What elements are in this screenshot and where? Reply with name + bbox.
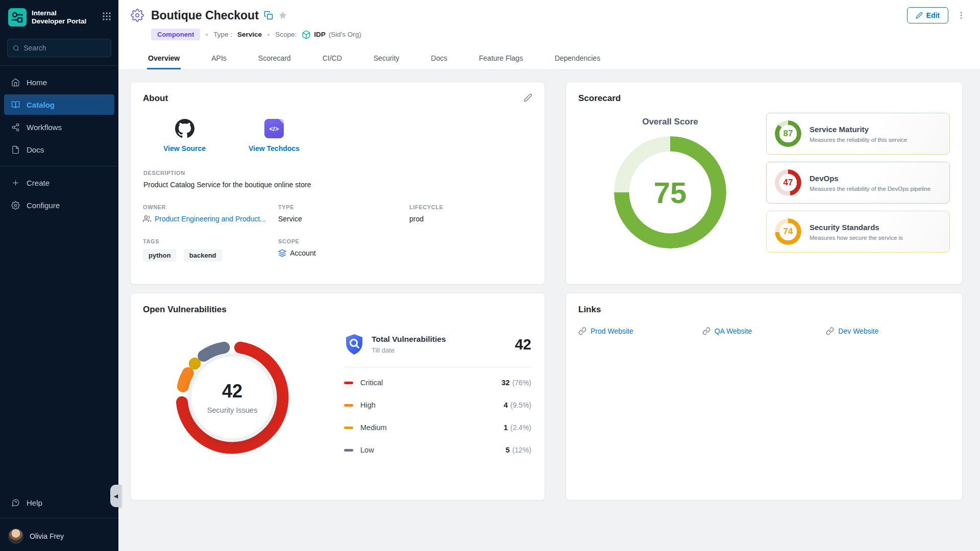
entity-tabbar: Overview APIs Scorecard CI/CD Security D… bbox=[118, 47, 980, 70]
tab-docs[interactable]: Docs bbox=[430, 47, 448, 69]
about-card: About View Source </> View Techdocs DESC… bbox=[130, 82, 545, 285]
tab-feature-flags[interactable]: Feature Flags bbox=[478, 47, 524, 69]
description-value: Product Catalog Service for the boutique… bbox=[143, 181, 532, 189]
dot-separator: ● bbox=[267, 32, 270, 37]
divider bbox=[0, 518, 118, 518]
tab-overview[interactable]: Overview bbox=[147, 47, 181, 69]
techdocs-icon: </> bbox=[264, 119, 284, 138]
scope-label: Scope: bbox=[275, 31, 297, 38]
security-issues-label: Security Issues bbox=[207, 406, 257, 414]
donut-segment-high bbox=[183, 373, 188, 386]
view-source-link[interactable]: View Source bbox=[163, 119, 206, 153]
vulnerabilities-card: Open Vulnerabilities 42 Security Issues bbox=[130, 293, 545, 500]
sidebar-item-help[interactable]: Help bbox=[4, 492, 114, 513]
help-icon bbox=[11, 498, 20, 507]
score-value: 47 bbox=[775, 169, 801, 196]
view-techdocs-link[interactable]: </> View Techdocs bbox=[249, 119, 300, 153]
app-title: Internal Developer Portal bbox=[32, 9, 97, 26]
edit-about-icon[interactable] bbox=[524, 93, 532, 102]
main-area: Boutique Checkout Edit Component ● Type … bbox=[118, 0, 980, 551]
vulnerabilities-title: Open Vulnerabilities bbox=[143, 305, 532, 315]
type-label: Type : bbox=[213, 31, 232, 38]
donut-segment-medium bbox=[194, 363, 195, 364]
tab-apis[interactable]: APIs bbox=[210, 47, 228, 69]
score-value: 74 bbox=[775, 218, 801, 245]
owner-label: OWNER bbox=[143, 204, 278, 210]
type-value: Service bbox=[237, 31, 262, 38]
links-title: Links bbox=[578, 305, 950, 315]
total-vulnerabilities-subtitle: Till date bbox=[372, 346, 446, 354]
copy-icon[interactable] bbox=[264, 11, 273, 20]
sidebar-item-configure[interactable]: Configure bbox=[4, 195, 114, 215]
divider bbox=[0, 166, 118, 166]
sidebar-item-docs[interactable]: Docs bbox=[4, 139, 114, 160]
page-title: Boutique Checkout bbox=[151, 9, 259, 22]
scorecard-item-name: DevOps bbox=[810, 174, 930, 183]
edit-button[interactable]: Edit bbox=[907, 7, 948, 23]
star-icon[interactable] bbox=[278, 11, 287, 20]
catalog-icon bbox=[11, 101, 20, 109]
link-prod-website[interactable]: Prod Website bbox=[578, 327, 702, 335]
link-dev-website[interactable]: Dev Website bbox=[826, 327, 950, 335]
link-qa-website[interactable]: QA Website bbox=[702, 327, 826, 335]
tag-chip[interactable]: backend bbox=[184, 249, 222, 262]
vuln-row-low: Low 5 (12%) bbox=[344, 439, 531, 461]
app-switcher-icon[interactable] bbox=[102, 12, 111, 23]
scope-field-value: Account bbox=[290, 249, 316, 257]
scorecard-item-name: Service Maturity bbox=[810, 125, 907, 134]
severity-dash-low bbox=[344, 449, 353, 452]
tags-label: TAGS bbox=[143, 238, 278, 244]
tab-dependencies[interactable]: Dependencies bbox=[554, 47, 602, 69]
dot-separator: ● bbox=[205, 32, 208, 37]
scorecard-item-service-maturity[interactable]: 87 Service Maturity Measures the reliabi… bbox=[766, 113, 950, 155]
sidebar-item-home[interactable]: Home bbox=[4, 72, 114, 92]
search-input[interactable] bbox=[23, 44, 106, 52]
severity-dash-critical bbox=[344, 382, 353, 384]
shield-scan-icon bbox=[344, 333, 364, 356]
tab-cicd[interactable]: CI/CD bbox=[322, 47, 343, 69]
scorecard-item-description: Measures how secure the service is bbox=[810, 235, 903, 241]
avatar bbox=[8, 529, 23, 544]
owner-link[interactable]: Product Engineering and Product... bbox=[143, 215, 278, 223]
tab-security[interactable]: Security bbox=[373, 47, 401, 69]
severity-dash-high bbox=[344, 404, 353, 407]
sidebar-item-workflows[interactable]: Workflows bbox=[4, 117, 114, 137]
scorecard-item-devops[interactable]: 47 DevOps Measures the reliability of th… bbox=[766, 162, 950, 204]
sidebar: Internal Developer Portal Home Catalog W… bbox=[0, 0, 118, 551]
type-field-label: TYPE bbox=[278, 204, 409, 210]
total-vulnerabilities-title: Total Vulnerabilities bbox=[372, 335, 446, 344]
sidebar-collapse-handle[interactable]: ◀ bbox=[110, 485, 121, 507]
scorecard-item-description: Measures the reliability of this service bbox=[810, 137, 907, 143]
total-vulnerabilities-value: 42 bbox=[515, 336, 531, 353]
severity-dash-medium bbox=[344, 427, 353, 429]
scorecard-title: Scorecard bbox=[578, 93, 950, 104]
tag-chip[interactable]: python bbox=[143, 249, 176, 262]
tab-scorecard[interactable]: Scorecard bbox=[257, 47, 292, 69]
divider bbox=[344, 367, 531, 367]
sidebar-search[interactable] bbox=[7, 39, 111, 57]
workflows-icon bbox=[11, 123, 20, 132]
content-grid: About View Source </> View Techdocs DESC… bbox=[118, 70, 980, 500]
scope-cube-icon bbox=[302, 30, 311, 39]
links-card: Links Prod Website QA Website Dev Websit… bbox=[566, 293, 963, 500]
sidebar-item-label: Workflows bbox=[27, 123, 62, 132]
type-field-value: Service bbox=[278, 215, 409, 223]
gear-icon bbox=[11, 201, 20, 210]
account-layers-icon bbox=[278, 249, 286, 257]
github-icon bbox=[175, 119, 194, 138]
user-name: Olivia Frey bbox=[30, 532, 64, 540]
sidebar-item-create[interactable]: Create bbox=[4, 172, 114, 193]
sidebar-item-label: Home bbox=[27, 78, 47, 87]
component-gear-icon bbox=[131, 9, 144, 22]
user-menu[interactable]: Olivia Frey bbox=[0, 523, 118, 544]
vuln-row-critical: Critical 32 (76%) bbox=[344, 371, 531, 394]
sidebar-item-catalog[interactable]: Catalog bbox=[4, 94, 114, 115]
more-options-icon[interactable] bbox=[957, 11, 966, 20]
vuln-row-medium: Medium 1 (2.4%) bbox=[344, 416, 531, 439]
scope-field-label: SCOPE bbox=[278, 238, 532, 244]
scorecard-item-security-standards[interactable]: 74 Security Standards Measures how secur… bbox=[766, 211, 950, 253]
pencil-icon bbox=[916, 12, 923, 19]
lifecycle-value: prod bbox=[409, 215, 532, 223]
scorecard-item-name: Security Standards bbox=[810, 223, 903, 232]
docs-icon bbox=[11, 145, 20, 154]
